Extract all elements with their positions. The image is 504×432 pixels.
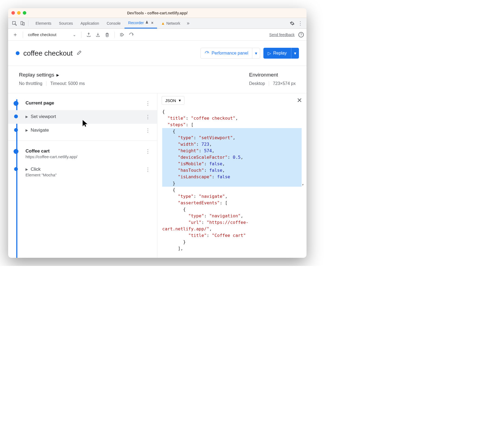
step-item[interactable]: ▶Set viewport⋮ [8, 110, 157, 124]
step-icon[interactable] [129, 32, 134, 37]
recording-title: coffee checkout [23, 49, 73, 58]
step-subtitle: https://coffee-cart.netlify.app/ [25, 154, 144, 159]
step-menu-icon[interactable]: ⋮ [144, 148, 152, 154]
new-recording-button[interactable]: ＋ [11, 31, 20, 38]
chevron-right-icon: ▶ [56, 73, 59, 77]
tab-recorder[interactable]: Recorder × [125, 18, 157, 28]
replay-settings-toggle[interactable]: Replay settings ▶ [19, 72, 85, 78]
step-menu-icon[interactable]: ⋮ [144, 114, 152, 120]
window-titlebar: DevTools - coffee-cart.netlify.app/ [8, 8, 307, 18]
gauge-icon [205, 51, 209, 56]
step-item[interactable]: Coffee carthttps://coffee-cart.netlify.a… [8, 145, 157, 163]
replay-dropdown[interactable]: ▾ [291, 48, 299, 59]
more-tabs-icon[interactable]: » [184, 20, 192, 26]
environment-dimensions: 723×574 px [273, 81, 296, 86]
performance-panel-dropdown[interactable]: ▾ [252, 48, 260, 58]
delete-icon[interactable] [105, 32, 110, 37]
svg-rect-2 [23, 23, 24, 25]
step-subtitle: Element "Mocha" [25, 173, 144, 177]
chevron-down-icon: ⌄ [73, 32, 76, 37]
divider [114, 32, 115, 38]
format-select[interactable]: JSON ▾ [162, 96, 184, 105]
step-label: Set viewport [31, 114, 56, 119]
tab-network[interactable]: ▲ Network [157, 18, 184, 28]
performance-panel-main[interactable]: Performance panel [201, 51, 252, 56]
timeout-value: Timeout: 5000 ms [50, 81, 85, 86]
environment-device: Desktop [249, 81, 265, 86]
code-panel: JSON ▾ ✕ { "title": "coffee checkout", "… [157, 93, 307, 258]
replay-main[interactable]: ▷ Replay [263, 48, 291, 59]
tab-application[interactable]: Application [77, 18, 103, 28]
step-label: Navigate [31, 128, 49, 133]
import-icon[interactable] [95, 32, 100, 37]
recording-select[interactable]: coffee checkout ⌄ [26, 32, 78, 37]
step-label: Current page [25, 100, 54, 106]
warning-icon: ▲ [161, 21, 165, 26]
edit-title-icon[interactable] [76, 50, 82, 56]
recorder-content: Current page⋮▶Set viewport⋮▶Navigate⋮Cof… [8, 93, 307, 258]
divider [23, 32, 23, 38]
window-title: DevTools - coffee-cart.netlify.app/ [8, 11, 307, 15]
settings-gear-icon[interactable] [288, 21, 296, 26]
replay-button: ▷ Replay ▾ [263, 48, 299, 59]
environment-title: Environment [249, 72, 278, 78]
divider [269, 81, 269, 86]
step-item[interactable]: ▶ClickElement "Mocha"⋮ [8, 163, 157, 181]
tab-sources[interactable]: Sources [55, 18, 76, 28]
panel-tabbar: Elements Sources Application Console Rec… [8, 18, 307, 29]
play-icon: ▷ [268, 51, 271, 56]
send-feedback-link[interactable]: Send feedback [269, 33, 295, 37]
inspect-element-icon[interactable] [10, 21, 18, 26]
throttling-value: No throttling [19, 81, 42, 86]
device-toolbar-icon[interactable] [18, 21, 27, 26]
recording-header: coffee checkout Performance panel ▾ ▷ Re… [8, 41, 307, 66]
tab-console[interactable]: Console [103, 18, 124, 28]
chevron-right-icon: ▶ [25, 115, 28, 119]
step-node [14, 101, 18, 106]
step-over-icon[interactable] [120, 32, 125, 37]
code-view[interactable]: { "title": "coffee checkout", "steps": [… [157, 107, 307, 258]
divider [81, 32, 81, 38]
chevron-down-icon: ▾ [179, 98, 181, 103]
step-node [14, 115, 18, 118]
step-item[interactable]: Current page⋮ [8, 97, 157, 110]
devtools-window: DevTools - coffee-cart.netlify.app/ Elem… [8, 8, 307, 258]
divider [46, 81, 46, 86]
export-icon[interactable] [86, 32, 91, 37]
step-label: Click [31, 167, 41, 172]
help-icon[interactable]: ? [298, 32, 304, 37]
panel-tabs: Elements Sources Application Console Rec… [32, 18, 184, 28]
steps-panel: Current page⋮▶Set viewport⋮▶Navigate⋮Cof… [8, 93, 157, 258]
settings-bar: Replay settings ▶ No throttling Timeout:… [8, 66, 307, 93]
chevron-right-icon: ▶ [25, 167, 28, 171]
close-code-button[interactable]: ✕ [297, 97, 302, 104]
divider [28, 20, 28, 26]
tab-elements[interactable]: Elements [32, 18, 55, 28]
step-menu-icon[interactable]: ⋮ [144, 167, 152, 173]
more-menu-icon[interactable]: ⋮ [296, 20, 304, 26]
step-menu-icon[interactable]: ⋮ [144, 128, 152, 134]
step-item[interactable]: ▶Navigate⋮ [8, 124, 157, 137]
chevron-right-icon: ▶ [25, 128, 28, 132]
close-tab-icon[interactable]: × [151, 21, 153, 25]
flask-icon [145, 21, 149, 25]
recording-status-dot [16, 51, 20, 55]
recorder-toolbar: ＋ coffee checkout ⌄ Send feedback ? [8, 29, 307, 41]
svg-rect-1 [21, 21, 23, 25]
step-node [14, 128, 18, 132]
step-node [14, 149, 18, 154]
performance-panel-button: Performance panel ▾ [200, 48, 260, 59]
step-node [14, 167, 18, 171]
step-menu-icon[interactable]: ⋮ [144, 100, 152, 106]
step-label: Coffee cart [25, 148, 50, 154]
recording-name: coffee checkout [28, 32, 56, 37]
